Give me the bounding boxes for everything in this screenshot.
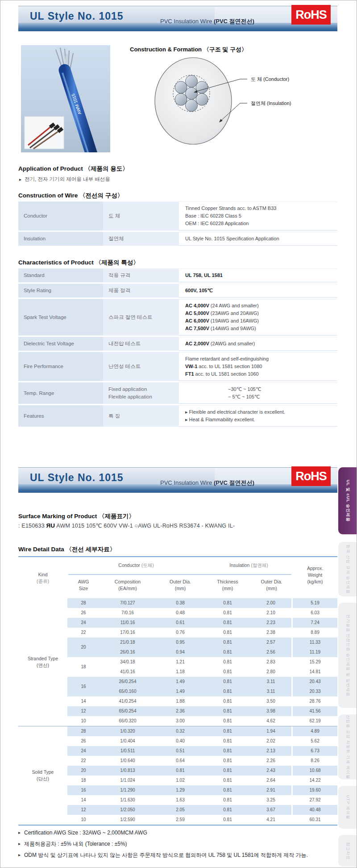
characteristic-row: Fire Performance난연성 테스트Flame retardant a… (18, 352, 337, 381)
cell-weight: 60.31 (293, 815, 337, 825)
footer-notes: ▸Certification AWG Size : 32AWG ~ 2,000M… (18, 828, 331, 861)
cell-ins-outer-dia: 2.91 (250, 785, 293, 795)
side-tab-3[interactable]: 전기용품 안전인증 승인제품 및 일반제품 (338, 603, 357, 708)
row-value: −30℃ ~ 105℃− 5℃ ~ 105℃ (179, 382, 337, 404)
side-tab-6[interactable]: 참고자료 (338, 835, 357, 867)
cell-line: 19.60 (293, 785, 337, 795)
awg-value: 10 (67, 716, 100, 726)
cell-awg: 10 (67, 815, 100, 825)
cell-line: 2.36 (156, 706, 205, 716)
cell-weight: 8.26 (293, 756, 337, 766)
awg-value: 12 (67, 805, 100, 815)
label-line: Conductor (24, 212, 103, 220)
cell-line: 3.67 (250, 805, 291, 815)
cell-awg: 26 (67, 736, 100, 746)
cell-thickness: 0.81 (205, 628, 250, 637)
cell-line: 1/1.290 (100, 785, 156, 795)
cell-ins-outer-dia: 4.62 (250, 716, 293, 726)
label-line: 적용 규격 (108, 272, 179, 279)
cell-line: 2.10 (250, 608, 291, 618)
row-label-kr: 난연성 테스트 (103, 352, 179, 381)
awg-value: 10 (67, 815, 100, 825)
cell-line: 7/0.16 (100, 608, 156, 618)
cell-line: 1.18 (156, 667, 205, 677)
value-line: VW-1 acc. to UL 1581 section 1080 (185, 363, 337, 370)
value-line: UL Style No. 1015 Specification Applicat… (185, 235, 337, 243)
cell-thickness: 0.81 (205, 696, 250, 706)
cell-awg: 16 (67, 677, 100, 696)
side-tab-2[interactable]: 한국 산업 규격 승인제품 (338, 542, 357, 596)
cell-line: 3.98 (250, 706, 291, 716)
side-tab-4[interactable]: 산업용 공장 자동화 기계 케이블 (338, 714, 357, 780)
row-label-kr: 내전압 테스트 (103, 337, 179, 351)
cell-line: 26/0.254 (100, 677, 156, 687)
cell-ins-outer-dia: 2.572.56 (250, 637, 293, 657)
cell-line: 1.63 (156, 795, 205, 805)
awg-value: 16 (67, 785, 100, 795)
side-tab-5[interactable]: UTP 케이블 (338, 786, 357, 829)
cell-awg: 28 (67, 726, 100, 736)
row-label-en: Insulation (18, 232, 103, 246)
cell-line: 2.13 (250, 746, 291, 756)
triangle-bullet-icon: ▸ (18, 850, 21, 860)
cell-ins-outer-dia: 4.21 (250, 815, 293, 825)
cell-line: 7.24 (293, 618, 337, 628)
cell-ins-outer-dia: 1.94 (250, 726, 293, 736)
cell-composition: 7/0.127 (100, 598, 156, 608)
cell-line: 0.81 (205, 706, 250, 716)
cell-weight: 11.3311.19 (293, 637, 337, 657)
row-value: AC 2,000V (2AWG and smaller) (179, 337, 337, 351)
awg-value: 20 (67, 766, 100, 776)
cell-ins-outer-dia: 2.13 (250, 746, 293, 756)
cell-ins-outer-dia: 3.50 (250, 696, 293, 706)
value-line: Flame retardant and self-extinguishing (185, 355, 337, 363)
characteristic-row: Features특 징▸ Flexible and electrical cha… (18, 405, 337, 427)
cell-line: 2.57 (250, 637, 291, 647)
cell-line: 1/1.630 (100, 795, 156, 805)
cell-line: 1/2.590 (100, 815, 156, 825)
col-header-awg: AWGSize (67, 579, 100, 592)
awg-value: 14 (67, 696, 100, 706)
cell-line: 3.11 (250, 687, 291, 696)
awg-value: 14 (67, 795, 100, 805)
cell-thickness: 0.81 (205, 706, 250, 716)
awg-value: 26 (67, 608, 100, 618)
cell-line: 2.91 (250, 785, 291, 795)
cell-composition: 1/2.050 (100, 805, 156, 815)
side-tab-label: 전기용품 안전인증 승인제품 및 일반제품 (345, 614, 350, 696)
col-group-insulation: Insulation (절연체) (205, 562, 293, 569)
wire-table-body: Stranded Type(연선)287/0.1270.380.812.005.… (18, 598, 337, 826)
row-value: Tinned Copper Strands acc. to ASTM B33Ba… (179, 201, 337, 231)
side-tab-1[interactable]: UL 및 cUL 승인제품 (338, 467, 357, 534)
subtitle-en: PVC Insulation Wire (160, 18, 212, 25)
label-line: 스파크 절연 테스트 (108, 314, 179, 321)
cell-line: 26/0.16 (100, 647, 156, 657)
kind-name: Solid Type (32, 769, 54, 776)
row-label-en: Features (18, 405, 103, 427)
cell-line: 2.56 (250, 647, 291, 657)
row-label-kr: 절연체 (103, 232, 179, 246)
cell-weight: 41.56 (293, 706, 337, 716)
cell-line: 4.21 (250, 815, 291, 825)
cell-line: 2.64 (250, 776, 291, 785)
awg-value: 26 (67, 736, 100, 746)
cell-ins-outer-dia: 2.10 (250, 608, 293, 618)
cell-line: 0.81 (205, 776, 250, 785)
cell-awg: 24 (67, 746, 100, 756)
cell-awg: 14 (67, 795, 100, 805)
cell-composition: 1/0.404 (100, 736, 156, 746)
awg-value: 16 (67, 682, 100, 692)
cell-composition: 1/2.590 (100, 815, 156, 825)
characteristic-row: Style Rating제품 정격600V, 105℃ (18, 284, 337, 298)
cell-outer-dia: 0.950.94 (156, 637, 205, 657)
label-line: Fire Performance (24, 363, 103, 370)
cell-thickness: 0.81 (205, 598, 250, 608)
cell-line: 2.00 (250, 598, 291, 608)
cell-awg: 22 (67, 756, 100, 766)
row-value: 600V, 105℃ (179, 284, 337, 298)
cell-weight: 27.92 (293, 795, 337, 805)
cell-line: 20.33 (293, 687, 337, 696)
cell-composition: 1/0.511 (100, 746, 156, 756)
cell-composition: 34/0.1841/0.16 (100, 657, 156, 677)
cell-thickness: 0.81 (205, 726, 250, 736)
